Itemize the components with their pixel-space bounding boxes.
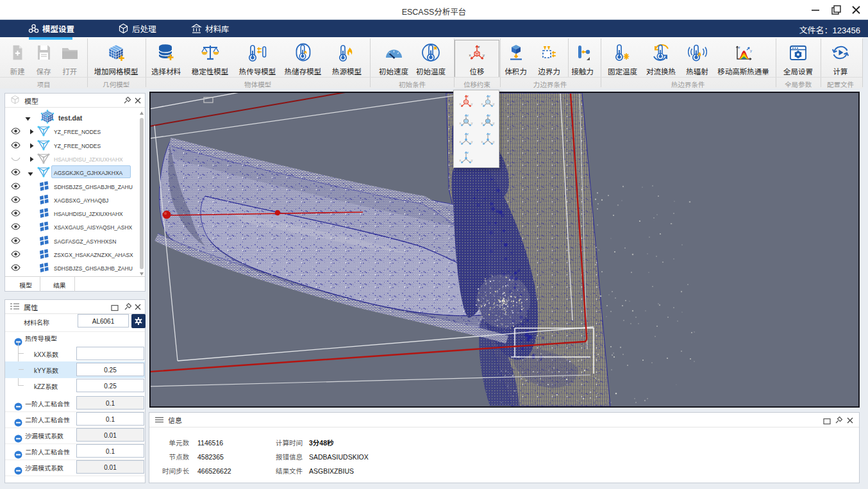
svg-text:z: z [488,94,490,98]
svg-text:x: x [460,120,462,125]
svg-text:y: y [471,139,473,144]
svg-text:x: x [460,101,462,106]
svg-text:x: x [481,139,483,144]
svg-text:y: y [483,52,485,58]
svg-text:y: y [471,120,473,125]
svg-text:z: z [467,94,469,98]
svg-text:z: z [467,113,469,117]
svg-text:z: z [478,44,480,49]
svg-text:z: z [467,131,469,136]
svg-text:x: x [460,158,462,162]
svg-text:z: z [488,131,490,136]
svg-text:z: z [488,113,490,117]
svg-text:x: x [481,101,483,106]
svg-text:x: x [481,120,483,125]
svg-text:y: y [471,158,473,162]
svg-text:x: x [469,52,471,58]
svg-text:z: z [467,150,469,154]
svg-text:y: y [750,47,752,53]
svg-text:y: y [471,101,473,106]
svg-text:y: y [493,101,495,106]
svg-text:y: y [493,120,495,125]
svg-text:y: y [493,139,495,144]
svg-text:x: x [460,139,462,144]
svg-text:z: z [738,44,740,50]
